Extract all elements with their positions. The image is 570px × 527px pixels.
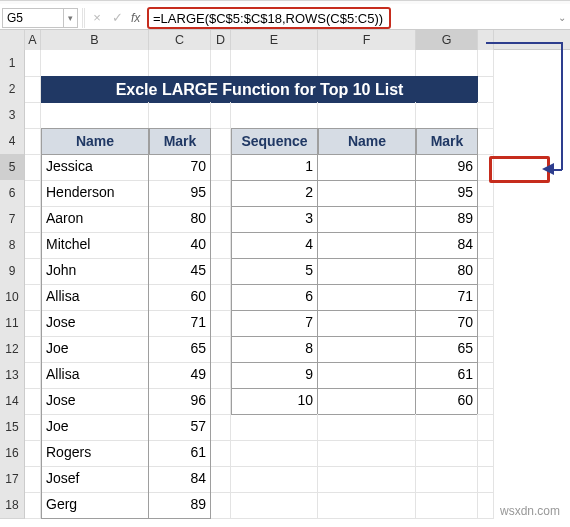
table-cell-mark[interactable]: 65	[416, 336, 478, 363]
cell[interactable]	[25, 388, 41, 415]
cell[interactable]	[478, 102, 494, 129]
cell[interactable]	[416, 492, 478, 519]
cell[interactable]	[478, 310, 494, 337]
table-cell-mark[interactable]: 96	[416, 154, 478, 181]
cell[interactable]	[25, 492, 41, 519]
table-cell-mark[interactable]: 45	[149, 258, 211, 285]
cell[interactable]	[25, 180, 41, 207]
table-cell-seq[interactable]: 8	[231, 336, 318, 363]
table-cell-name[interactable]: Mitchel	[41, 232, 149, 259]
table-cell-seq[interactable]: 3	[231, 206, 318, 233]
table-cell-mark[interactable]: 60	[416, 388, 478, 415]
cell[interactable]	[211, 50, 231, 77]
cell[interactable]	[211, 258, 231, 285]
table-cell-mark[interactable]: 49	[149, 362, 211, 389]
cell[interactable]	[211, 128, 231, 155]
table-cell-mark[interactable]: 61	[416, 362, 478, 389]
table-cell-name[interactable]	[318, 206, 416, 233]
table-cell-mark[interactable]: 95	[416, 180, 478, 207]
cell[interactable]	[478, 284, 494, 311]
cell[interactable]	[478, 414, 494, 441]
table-cell-name[interactable]: Jose	[41, 310, 149, 337]
table-cell-seq[interactable]: 7	[231, 310, 318, 337]
cell[interactable]	[25, 466, 41, 493]
table-cell-mark[interactable]: 60	[149, 284, 211, 311]
cell[interactable]	[25, 102, 41, 129]
table-cell-seq[interactable]: 10	[231, 388, 318, 415]
row-header[interactable]: 17	[0, 466, 25, 493]
cell[interactable]	[478, 76, 494, 103]
cell[interactable]	[318, 102, 416, 129]
fx-button[interactable]: fx	[129, 11, 147, 25]
cell[interactable]	[478, 362, 494, 389]
table-cell-mark[interactable]: 61	[149, 440, 211, 467]
cell[interactable]	[25, 50, 41, 77]
cell[interactable]	[25, 284, 41, 311]
table-cell-seq[interactable]: 2	[231, 180, 318, 207]
cell[interactable]	[211, 414, 231, 441]
cell[interactable]	[211, 102, 231, 129]
table-cell-mark[interactable]: 89	[416, 206, 478, 233]
table-cell-name[interactable]: John	[41, 258, 149, 285]
cell[interactable]	[231, 50, 318, 77]
cell[interactable]	[416, 440, 478, 467]
row-header[interactable]: 13	[0, 362, 25, 389]
table-cell-name[interactable]	[318, 310, 416, 337]
row-header[interactable]: 6	[0, 180, 25, 207]
cell[interactable]	[478, 466, 494, 493]
cell[interactable]	[478, 492, 494, 519]
col-header-G[interactable]: G	[416, 30, 478, 50]
table-cell-mark[interactable]: 96	[149, 388, 211, 415]
cell[interactable]	[478, 154, 494, 181]
cell[interactable]	[478, 128, 494, 155]
cell[interactable]	[231, 414, 318, 441]
cell[interactable]	[478, 388, 494, 415]
col-header-A[interactable]: A	[25, 30, 41, 50]
row-header[interactable]: 11	[0, 310, 25, 337]
row-header[interactable]: 9	[0, 258, 25, 285]
table-cell-name[interactable]	[318, 336, 416, 363]
cell[interactable]	[231, 440, 318, 467]
table-cell-name[interactable]: Joe	[41, 414, 149, 441]
cell[interactable]	[478, 232, 494, 259]
cell[interactable]	[25, 258, 41, 285]
table-cell-name[interactable]	[318, 284, 416, 311]
cell[interactable]	[478, 206, 494, 233]
row-header[interactable]: 4	[0, 128, 25, 155]
table-cell-name[interactable]	[318, 180, 416, 207]
table-cell-mark[interactable]: 84	[149, 466, 211, 493]
cell[interactable]	[25, 336, 41, 363]
cell[interactable]	[318, 466, 416, 493]
cell[interactable]	[416, 466, 478, 493]
table-cell-name[interactable]	[318, 388, 416, 415]
table-cell-name[interactable]: Henderson	[41, 180, 149, 207]
cell[interactable]	[231, 466, 318, 493]
col-header-E[interactable]: E	[231, 30, 318, 50]
table-cell-mark[interactable]: 70	[416, 310, 478, 337]
cell[interactable]	[25, 232, 41, 259]
cell[interactable]	[318, 440, 416, 467]
cell[interactable]	[478, 258, 494, 285]
row-header[interactable]: 18	[0, 492, 25, 519]
col-header-D[interactable]: D	[211, 30, 231, 50]
cell[interactable]	[478, 50, 494, 77]
table-cell-name[interactable]: Jose	[41, 388, 149, 415]
select-all-corner[interactable]	[0, 30, 25, 50]
table-cell-name[interactable]: Allisa	[41, 362, 149, 389]
table-cell-mark[interactable]: 71	[149, 310, 211, 337]
col-header-F[interactable]: F	[318, 30, 416, 50]
table-cell-mark[interactable]: 57	[149, 414, 211, 441]
cell[interactable]	[41, 102, 149, 129]
table-cell-name[interactable]: Rogers	[41, 440, 149, 467]
cell[interactable]	[25, 362, 41, 389]
row-header[interactable]: 2	[0, 76, 25, 103]
row-header[interactable]: 5	[0, 154, 25, 181]
cell[interactable]	[478, 336, 494, 363]
table-cell-name[interactable]: Aaron	[41, 206, 149, 233]
col-header-C[interactable]: C	[149, 30, 211, 50]
name-box[interactable]: G5	[2, 8, 64, 28]
table-cell-seq[interactable]: 9	[231, 362, 318, 389]
table-cell-name[interactable]	[318, 362, 416, 389]
cell[interactable]	[149, 102, 211, 129]
cell[interactable]	[416, 102, 478, 129]
